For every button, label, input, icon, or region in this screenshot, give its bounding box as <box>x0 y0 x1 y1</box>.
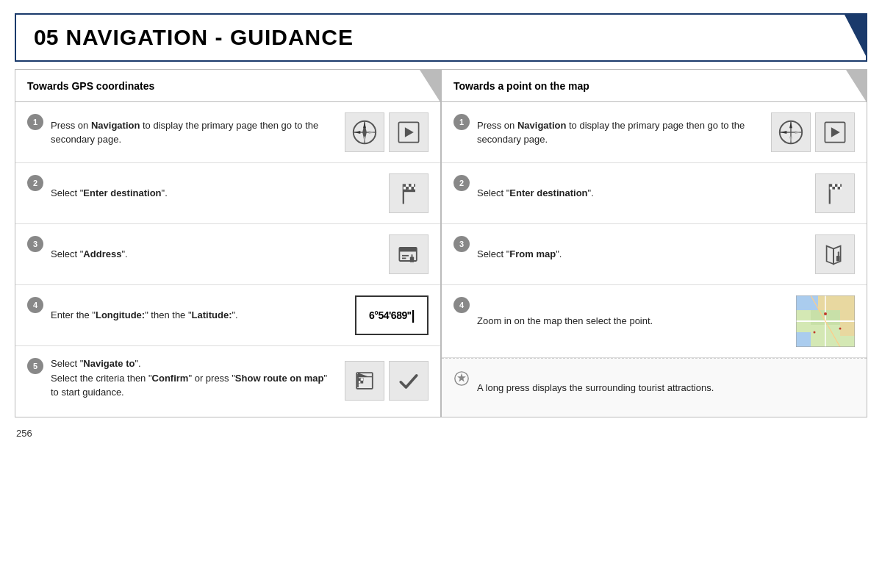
right-panel-title: Towards a point on the map <box>453 80 589 92</box>
check-icon <box>395 368 422 394</box>
flag-icon-box-left <box>389 173 429 213</box>
step-2-text: Select "Enter destination". <box>51 186 381 201</box>
right-step-3-text: Select "From map". <box>477 247 808 262</box>
svg-rect-25 <box>409 187 412 190</box>
right-arrow-right-icon <box>822 120 847 145</box>
svg-point-78 <box>824 312 827 315</box>
svg-marker-62 <box>827 246 834 265</box>
svg-marker-50 <box>831 127 840 137</box>
right-step-1-text: Press on Navigation to display the prima… <box>477 118 764 147</box>
flag-icon <box>395 180 422 207</box>
step-3-text: Select "Address". <box>51 247 381 262</box>
left-step-3: 3 Select "Address". <box>15 224 440 285</box>
chapter-number: 05 <box>34 25 58 49</box>
svg-rect-73 <box>840 318 855 336</box>
svg-rect-37 <box>361 378 364 381</box>
svg-rect-33 <box>412 254 413 258</box>
right-flag-icon-box <box>815 173 855 213</box>
svg-marker-46 <box>789 137 792 143</box>
right-flag-icon <box>822 180 848 207</box>
svg-rect-19 <box>406 184 409 187</box>
check-icon-box <box>389 361 429 401</box>
svg-point-79 <box>839 328 842 330</box>
main-content: Towards GPS coordinates 1 Press on Navig… <box>15 69 867 417</box>
right-step-number-3: 3 <box>453 236 470 252</box>
left-panel: Towards GPS coordinates 1 Press on Navig… <box>15 69 441 417</box>
left-panel-header: Towards GPS coordinates <box>15 70 440 102</box>
step-4-icons: 6°54'689'' | <box>355 295 429 335</box>
svg-rect-60 <box>838 187 841 190</box>
right-step-tourist: A long press displays the surrounding to… <box>442 358 867 417</box>
svg-marker-47 <box>781 131 787 134</box>
right-step-1-icons <box>771 112 855 152</box>
svg-rect-58 <box>832 187 835 190</box>
right-compass-icon-box <box>771 112 811 152</box>
from-map-icon-box <box>815 234 855 274</box>
svg-marker-4 <box>363 122 366 129</box>
svg-point-80 <box>814 331 816 334</box>
right-step-2: 2 Select "Enter destination". <box>442 163 867 224</box>
step-1-icons <box>345 112 429 152</box>
map-svg <box>796 295 855 347</box>
step-2-icons <box>389 173 429 213</box>
svg-rect-39 <box>361 381 364 384</box>
navigate-icon <box>351 368 378 394</box>
svg-rect-56 <box>840 184 842 187</box>
svg-marker-63 <box>833 246 841 265</box>
right-compass-icon <box>777 118 805 146</box>
svg-rect-66 <box>838 251 839 257</box>
tourist-text: A long press displays the surrounding to… <box>477 381 855 395</box>
left-step-2: 2 Select "Enter destination". <box>15 163 440 224</box>
right-step-3: 3 Select "From map". <box>442 224 867 285</box>
svg-rect-55 <box>838 184 841 187</box>
svg-marker-7 <box>369 131 376 134</box>
compass-icon <box>351 118 379 146</box>
right-step-4-icons <box>796 295 855 347</box>
svg-rect-20 <box>409 184 412 187</box>
left-panel-title: Towards GPS coordinates <box>27 80 154 92</box>
svg-marker-45 <box>789 122 792 129</box>
right-panel: Towards a point on the map 1 Press on Na… <box>441 69 867 417</box>
right-step-4-text: Zoom in on the map then select the point… <box>477 314 789 329</box>
left-step-1: 1 Press on Navigation to display the pri… <box>15 102 440 163</box>
right-panel-header: Towards a point on the map <box>442 70 867 102</box>
step-5-icons <box>345 361 429 401</box>
right-step-number-2: 2 <box>453 175 470 191</box>
svg-marker-6 <box>354 131 361 134</box>
page-number: 256 <box>16 428 32 439</box>
arrow-right-icon <box>396 120 421 145</box>
svg-marker-9 <box>405 127 414 137</box>
svg-rect-59 <box>835 187 838 190</box>
svg-rect-54 <box>835 184 838 187</box>
svg-marker-48 <box>795 131 802 134</box>
svg-rect-57 <box>830 187 833 190</box>
svg-rect-18 <box>404 184 406 187</box>
step-number-1: 1 <box>27 114 43 130</box>
page-footer: 256 <box>0 423 882 443</box>
navigate-icon-box <box>345 361 384 401</box>
tourist-icon <box>453 370 470 387</box>
star-icon <box>453 370 470 387</box>
step-number-2: 2 <box>27 175 43 191</box>
svg-rect-53 <box>832 184 835 187</box>
step-number-4: 4 <box>27 297 43 313</box>
svg-rect-69 <box>796 332 811 347</box>
right-arrow-right-icon-box <box>815 112 855 152</box>
step-4-text: Enter the "Longitude:" then the "Latitud… <box>51 308 348 323</box>
compass-icon-box <box>345 112 384 152</box>
right-step-3-icons <box>815 234 855 274</box>
from-map-icon <box>821 240 849 268</box>
svg-rect-22 <box>414 184 415 187</box>
right-step-4: 4 Zoom in on the map then select the poi… <box>442 285 867 358</box>
svg-rect-23 <box>404 187 406 190</box>
right-step-number-1: 1 <box>453 114 470 130</box>
left-step-5: 5 Select "Navigate to". Select the crite… <box>15 346 440 411</box>
page-header: 05NAVIGATION - GUIDANCE <box>15 13 867 62</box>
right-step-1: 1 Press on Navigation to display the pri… <box>442 102 867 163</box>
map-thumbnail <box>796 295 855 347</box>
chapter-title: NAVIGATION - GUIDANCE <box>65 25 354 49</box>
step-1-text: Press on Navigation to display the prima… <box>51 118 337 147</box>
right-step-2-text: Select "Enter destination". <box>477 186 808 201</box>
step-5-text: Select "Navigate to". Select the criteri… <box>51 356 337 400</box>
coords-display: 6°54'689'' | <box>355 295 429 335</box>
